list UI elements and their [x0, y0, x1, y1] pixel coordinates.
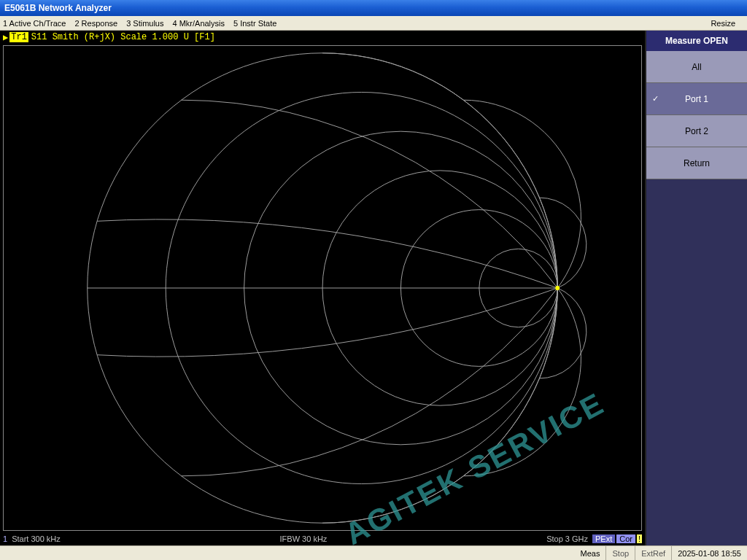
menu-instr-state[interactable]: 5 Instr State: [233, 19, 276, 28]
trace-badge[interactable]: Tr1: [9, 32, 28, 42]
window-titlebar: E5061B Network Analyzer: [0, 0, 747, 16]
active-trace-arrow-icon: ▶: [3, 32, 8, 43]
smith-chart-svg: [4, 46, 641, 530]
stop-frequency: Stop 3 GHz: [546, 534, 588, 543]
port-extension-badge: PExt: [592, 534, 615, 543]
menu-active-ch-trace[interactable]: 1 Active Ch/Trace: [3, 19, 66, 28]
trace-header: ▶ Tr1 S11 Smith (R+jX) Scale 1.000 U [F1…: [0, 31, 645, 44]
softkey-label: Port 2: [685, 126, 708, 136]
sweep-footer: 1 Start 300 kHz IFBW 30 kHz Stop 3 GHz P…: [0, 532, 645, 545]
menu-stimulus[interactable]: 3 Stimulus: [126, 19, 163, 28]
status-bar: Meas Stop ExtRef 2025-01-08 18:55: [0, 545, 747, 560]
status-timestamp: 2025-01-08 18:55: [672, 549, 747, 558]
menu-mkr-analysis[interactable]: 4 Mkr/Analysis: [172, 19, 225, 28]
status-stop: Stop: [606, 546, 635, 560]
status-meas: Meas: [575, 546, 607, 560]
menu-bar: 1 Active Ch/Trace 2 Response 3 Stimulus …: [0, 16, 747, 31]
if-bandwidth: IFBW 30 kHz: [280, 534, 328, 543]
softkey-port-1[interactable]: ✓ Port 1: [646, 83, 747, 115]
softkey-all[interactable]: All: [646, 51, 747, 83]
trace-descriptor: S11 Smith (R+jX) Scale 1.000 U [F1]: [31, 32, 215, 42]
softkey-return[interactable]: Return: [646, 147, 747, 179]
status-extref: ExtRef: [635, 546, 672, 560]
softkey-label: Return: [684, 158, 710, 168]
softkey-panel: Measure OPEN All ✓ Port 1 Port 2 Return: [645, 31, 747, 545]
trace-marker-open: [555, 286, 560, 290]
menu-resize[interactable]: Resize: [711, 19, 735, 28]
softkey-title: Measure OPEN: [646, 31, 747, 51]
start-frequency: Start 300 kHz: [12, 534, 61, 543]
softkey-label: Port 1: [685, 94, 708, 104]
softkey-port-2[interactable]: Port 2: [646, 115, 747, 147]
channel-number: 1: [3, 534, 7, 543]
checkmark-icon: ✓: [652, 94, 659, 104]
softkey-label: All: [692, 62, 701, 72]
menu-response[interactable]: 2 Response: [74, 19, 117, 28]
window-title: E5061B Network Analyzer: [4, 3, 112, 13]
correction-badge: Cor: [616, 534, 635, 543]
smith-chart-area[interactable]: AGITEK SERVICE: [3, 45, 642, 531]
alert-badge: !: [637, 534, 642, 543]
